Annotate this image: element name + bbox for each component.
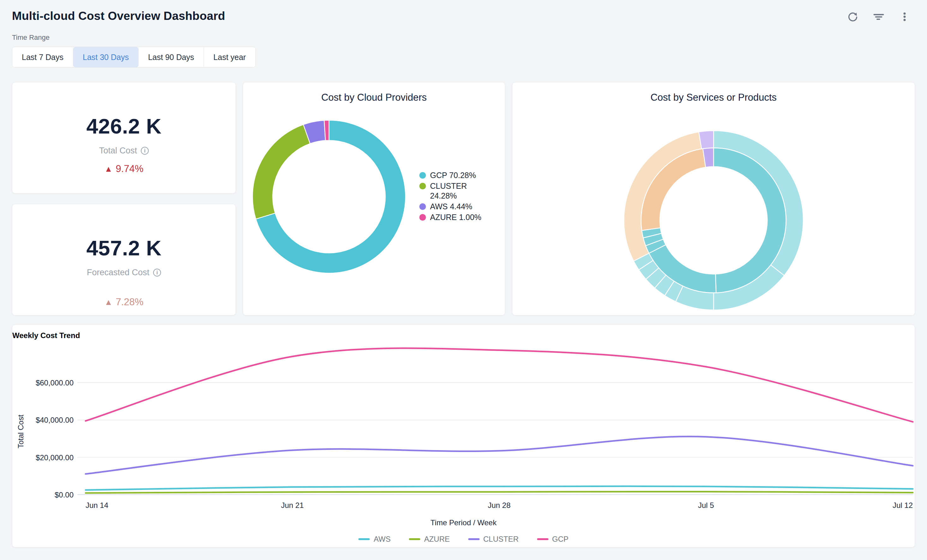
legend-item-cluster[interactable]: CLUSTER 24.28%: [419, 181, 484, 201]
header-actions: [847, 11, 910, 23]
legend-swatch: [468, 538, 480, 540]
legend-label: AZURE 1.00%: [430, 212, 482, 222]
sunburst-outer-segment-9[interactable]: [699, 131, 714, 149]
legend-item-azure[interactable]: AZURE: [409, 535, 450, 543]
legend-swatch: [537, 538, 549, 540]
kebab-menu-icon: [899, 11, 910, 23]
total-cost-label: Total Cost: [99, 146, 137, 156]
trend-line-aws[interactable]: [85, 486, 913, 490]
legend-label: CLUSTER 24.28%: [430, 181, 484, 201]
weekly-trend-legend: AWSAZURECLUSTERGCP: [12, 535, 915, 543]
time-range-option-0[interactable]: Last 7 Days: [12, 47, 73, 67]
providers-chart-title: Cost by Cloud Providers: [243, 92, 505, 103]
legend-dot: [419, 183, 426, 190]
kpi-column: 426.2 K Total Cost i ▲ 9.74% 457.2 K For…: [12, 82, 236, 316]
legend-swatch: [359, 538, 370, 540]
services-chart-title: Cost by Services or Products: [512, 92, 915, 103]
x-tick-label: Jun 14: [85, 501, 108, 510]
x-tick-label: Jun 28: [488, 501, 511, 510]
trend-line-azure[interactable]: [85, 492, 913, 493]
y-tick-label: $40,000.00: [36, 416, 74, 424]
legend-dot: [419, 214, 426, 221]
forecasted-cost-card: 457.2 K Forecasted Cost i ▲ 7.28%: [12, 204, 236, 316]
trend-line-gcp[interactable]: [85, 348, 913, 422]
providers-donut-legend: GCP 70.28%CLUSTER 24.28%AWS 4.44%AZURE 1…: [419, 170, 484, 223]
forecasted-cost-value: 457.2 K: [12, 236, 236, 260]
services-chart-card: Cost by Services or Products: [512, 82, 915, 316]
cards-grid: 426.2 K Total Cost i ▲ 9.74% 457.2 K For…: [12, 82, 915, 547]
legend-swatch: [409, 538, 420, 540]
filter-button[interactable]: [873, 11, 885, 23]
time-range-option-1[interactable]: Last 30 Days: [73, 47, 138, 67]
services-sunburst-chart[interactable]: [623, 130, 804, 311]
refresh-button[interactable]: [847, 11, 859, 23]
time-range-option-3[interactable]: Last year: [204, 47, 255, 67]
weekly-trend-card: Weekly Cost Trend $0.00$20,000.00$40,000…: [12, 325, 915, 547]
arrow-up-icon: ▲: [105, 164, 113, 174]
donut-slice-cluster[interactable]: [252, 125, 310, 219]
filter-icon: [873, 11, 884, 23]
weekly-trend-line-chart[interactable]: $0.00$20,000.00$40,000.00$60,000.00Jun 1…: [13, 346, 914, 518]
info-icon[interactable]: i: [141, 147, 149, 155]
x-tick-label: Jun 21: [281, 501, 304, 510]
providers-chart-card: Cost by Cloud Providers GCP 70.28%CLUSTE…: [243, 82, 505, 316]
y-tick-label: $0.00: [55, 490, 74, 499]
legend-item-azure[interactable]: AZURE 1.00%: [419, 212, 484, 222]
kebab-menu-button[interactable]: [898, 11, 910, 23]
total-cost-card: 426.2 K Total Cost i ▲ 9.74%: [12, 82, 236, 194]
legend-label: CLUSTER: [483, 535, 519, 543]
y-tick-label: $60,000.00: [36, 378, 74, 387]
legend-item-aws[interactable]: AWS: [359, 535, 391, 543]
x-axis-title: Time Period / Week: [12, 518, 915, 527]
legend-label: AZURE: [424, 535, 450, 543]
arrow-up-icon: ▲: [105, 297, 113, 307]
page-title: Multi-cloud Cost Overview Dashboard: [12, 9, 225, 23]
legend-label: GCP: [552, 535, 568, 543]
legend-item-gcp[interactable]: GCP: [537, 535, 568, 543]
info-icon[interactable]: i: [153, 269, 161, 276]
legend-dot: [419, 203, 426, 210]
dashboard-page: Multi-cloud Cost Overview Dashboard: [0, 0, 927, 560]
legend-item-gcp[interactable]: GCP 70.28%: [419, 170, 484, 180]
header: Multi-cloud Cost Overview Dashboard: [12, 7, 915, 23]
y-tick-label: $20,000.00: [36, 453, 74, 462]
forecasted-cost-change: ▲ 7.28%: [12, 296, 236, 308]
x-tick-label: Jul 5: [698, 501, 714, 510]
y-axis-title: Total Cost: [17, 414, 25, 448]
time-range-segmented-control: Last 7 DaysLast 30 DaysLast 90 DaysLast …: [12, 47, 256, 68]
legend-item-aws[interactable]: AWS 4.44%: [419, 202, 484, 211]
legend-label: GCP 70.28%: [430, 170, 476, 180]
total-cost-change: ▲ 9.74%: [12, 163, 236, 175]
forecasted-cost-label: Forecasted Cost: [87, 268, 149, 278]
legend-dot: [419, 172, 426, 179]
trend-line-cluster[interactable]: [85, 437, 913, 474]
donut-slice-azure[interactable]: [324, 120, 329, 141]
legend-label: AWS: [374, 535, 391, 543]
x-tick-label: Jul 12: [893, 501, 913, 510]
total-cost-value: 426.2 K: [12, 114, 236, 138]
time-range-option-2[interactable]: Last 90 Days: [138, 47, 204, 67]
providers-donut-chart[interactable]: [249, 117, 409, 276]
weekly-trend-title: Weekly Cost Trend: [12, 331, 915, 340]
time-range-label: Time Range: [12, 33, 915, 42]
legend-item-cluster[interactable]: CLUSTER: [468, 535, 519, 543]
refresh-icon: [847, 11, 859, 23]
legend-label: AWS 4.44%: [430, 202, 472, 211]
